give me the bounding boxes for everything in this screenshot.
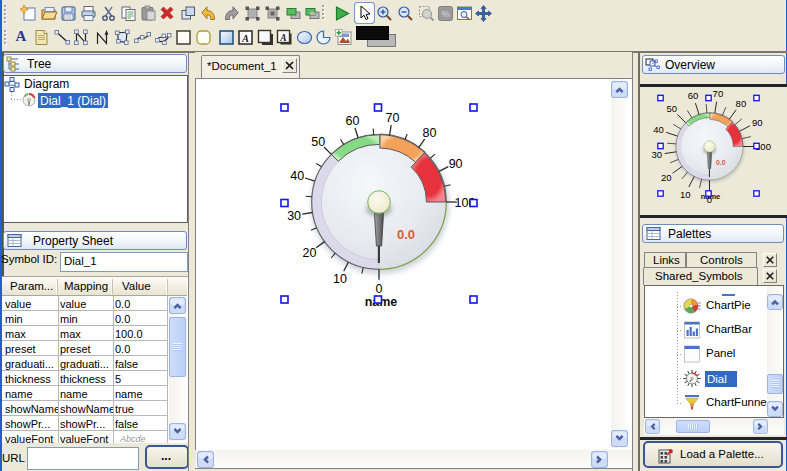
svg-text:60: 60 [688, 90, 699, 101]
svg-text:70: 70 [386, 111, 400, 125]
svg-text:%: % [441, 9, 449, 19]
svg-text:A: A [279, 33, 286, 43]
svg-text:80: 80 [736, 98, 747, 109]
svg-text:0.0: 0.0 [397, 227, 415, 242]
svg-text:A: A [241, 33, 249, 44]
svg-text:0: 0 [376, 282, 383, 296]
svg-text:90: 90 [752, 117, 763, 128]
svg-text:70: 70 [713, 88, 724, 99]
svg-text:30: 30 [651, 149, 662, 160]
svg-text:20: 20 [661, 172, 672, 183]
svg-text:60: 60 [345, 114, 359, 128]
svg-text:90: 90 [449, 157, 463, 171]
svg-text:50: 50 [311, 135, 325, 149]
svg-text:30: 30 [287, 209, 301, 223]
svg-text:50: 50 [666, 103, 677, 114]
svg-text:80: 80 [423, 126, 437, 140]
svg-text:0.0: 0.0 [716, 159, 726, 166]
svg-text:20: 20 [302, 246, 316, 260]
svg-text:10: 10 [680, 189, 691, 200]
svg-text:10: 10 [333, 272, 347, 286]
svg-text:40: 40 [290, 169, 304, 183]
svg-text:40: 40 [653, 124, 664, 135]
